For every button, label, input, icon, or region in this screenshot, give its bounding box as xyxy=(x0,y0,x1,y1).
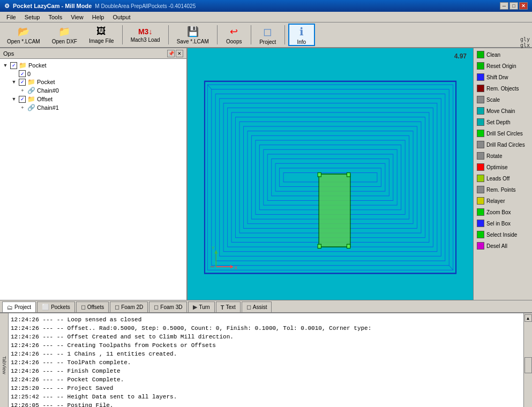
ops-btn-move-chain[interactable]: Move Chain xyxy=(475,105,531,116)
ops-btn-rem-points[interactable]: Rem. Points xyxy=(475,184,531,195)
menu-bar: File Setup Tools View Help Output xyxy=(0,12,532,22)
label-drill-sel-circles: Drill Sel Circles xyxy=(486,131,523,137)
tab-assist[interactable]: ◻ Assist xyxy=(242,302,272,312)
chain-icon-1: 🔗 xyxy=(27,104,35,111)
svg-text:X: X xyxy=(234,265,237,271)
tree-item-pocket-child[interactable]: ▼ 📁 Pocket xyxy=(11,78,184,86)
color-move-chain xyxy=(477,107,484,115)
label-clean: Clean xyxy=(486,52,500,58)
menu-help[interactable]: Help xyxy=(88,13,109,21)
title-bar: ⚙ Pocket LazyCam - Mill Mode M DoubleAre… xyxy=(0,0,532,12)
separator-5 xyxy=(284,25,285,44)
scroll-thumb[interactable] xyxy=(524,357,532,373)
bottom-tabs: 🗂 Project ⬜ Pockets ◻ Offsets ◻ Foam 2D … xyxy=(0,300,532,313)
info-icon: ℹ xyxy=(299,25,304,38)
ops-btn-relayer[interactable]: Relayer xyxy=(475,195,531,206)
tab-foam-3d[interactable]: ◻ Foam 3D xyxy=(149,302,187,312)
menu-view[interactable]: View xyxy=(66,13,88,21)
color-rotate xyxy=(477,152,484,160)
tab-foam-2d[interactable]: ◻ Foam 2D xyxy=(110,302,148,312)
tree-item-0[interactable]: 0 xyxy=(11,70,184,78)
tab-offsets[interactable]: ◻ Offsets xyxy=(76,302,109,312)
checkbox-offset[interactable] xyxy=(19,96,26,103)
ops-close-button[interactable]: ✕ xyxy=(176,50,183,57)
color-rem-points xyxy=(477,186,484,193)
open-lcam-button[interactable]: 📂 Open *.LCAM xyxy=(2,24,45,46)
gly-glx: gly glx xyxy=(520,36,530,48)
ops-btn-zoom-box[interactable]: Zoom Box xyxy=(475,207,531,217)
minimize-button[interactable]: ─ xyxy=(500,2,508,10)
ops-btn-rem-objects[interactable]: Rem. Objects xyxy=(475,83,531,94)
ops-btn-reset-origin[interactable]: Reset Origin xyxy=(475,61,531,71)
ops-btn-rotate[interactable]: Rotate xyxy=(475,150,531,161)
save-lcam-button[interactable]: 💾 Save *.LCAM xyxy=(172,24,214,46)
log-scrollbar[interactable]: ▲ ▼ xyxy=(523,313,532,407)
ops-btn-shift-drw[interactable]: Shift Drw xyxy=(475,72,531,82)
separator-2 xyxy=(168,25,169,44)
menu-output[interactable]: Output xyxy=(108,13,134,21)
color-scale xyxy=(477,96,484,103)
expander-pocket-child[interactable]: ▼ xyxy=(11,79,17,85)
ops-btn-optimise[interactable]: Optimise xyxy=(475,162,531,172)
ops-btn-select-inside[interactable]: Select Inside xyxy=(475,229,531,240)
tab-project-label: Project xyxy=(14,304,31,310)
ops-btn-leads-off[interactable]: Leads Off xyxy=(475,173,531,184)
close-button[interactable]: ✕ xyxy=(519,2,528,10)
color-zoom-box xyxy=(477,208,484,216)
ooops-button[interactable]: ↩ Ooops xyxy=(221,24,248,46)
project-button[interactable]: ◻ Project xyxy=(254,24,281,46)
label-shift-drw: Shift Drw xyxy=(486,74,508,80)
tree-item-chain1[interactable]: + 🔗 Chain#1 xyxy=(19,103,184,112)
scroll-up-button[interactable]: ▲ xyxy=(524,314,532,322)
label-rem-points: Rem. Points xyxy=(486,187,515,193)
tree-item-offset[interactable]: ▼ 📁 Offset xyxy=(11,95,184,103)
label-move-chain: Move Chain xyxy=(486,108,515,114)
menu-file[interactable]: File xyxy=(2,13,20,21)
save-lcam-label: Save *.LCAM xyxy=(177,39,209,44)
info-button[interactable]: ℹ Info xyxy=(288,24,315,46)
title-bar-left: ⚙ Pocket LazyCam - Mill Mode M DoubleAre… xyxy=(4,3,196,10)
menu-tools[interactable]: Tools xyxy=(44,13,66,21)
app-subtitle: M DoubleArea PrepAllPockets -0.4014025 xyxy=(95,3,196,9)
ops-btn-scale[interactable]: Scale xyxy=(475,94,531,105)
ops-btn-desel-all[interactable]: Desel All xyxy=(475,240,531,251)
mach3-load-button[interactable]: M3↓ Mach3 Load xyxy=(126,24,165,46)
ops-btn-drill-rad-circles[interactable]: Drill Rad Circles xyxy=(475,139,531,150)
expander-pocket-root[interactable]: ▼ xyxy=(2,62,9,69)
tree-item-pocket-root[interactable]: ▼ 📁 Pocket xyxy=(2,61,184,70)
color-reset-origin xyxy=(477,62,484,70)
ops-tree: ▼ 📁 Pocket 0 ▼ 📁 Pocket + 🔗 xyxy=(0,59,186,300)
ops-btn-clean[interactable]: Clean xyxy=(475,49,531,60)
checkbox-pocket-root[interactable] xyxy=(10,62,17,69)
mach3-label: Mach3 Load xyxy=(131,37,160,43)
expander-chain0[interactable]: + xyxy=(19,87,26,94)
label-select-inside: Select Inside xyxy=(486,232,517,238)
folder-icon-pocket-root: 📁 xyxy=(19,62,27,69)
open-dxf-button[interactable]: 📁 Open DXF xyxy=(47,24,82,46)
tab-text[interactable]: T Text xyxy=(216,302,241,312)
ops-btn-drill-sel-circles[interactable]: Drill Sel Circles xyxy=(475,128,531,139)
maximize-button[interactable]: □ xyxy=(509,2,518,10)
label-zoom-box: Zoom Box xyxy=(486,209,511,215)
tab-project[interactable]: 🗂 Project xyxy=(2,302,36,312)
label-drill-rad-circles: Drill Rad Circles xyxy=(486,142,525,148)
image-file-button[interactable]: 🖼 Image File xyxy=(84,24,119,46)
expander-offset[interactable]: ▼ xyxy=(11,96,17,102)
tab-turn[interactable]: ▶ Turn xyxy=(188,302,214,312)
ops-btn-sel-in-box[interactable]: Sel in Box xyxy=(475,218,531,229)
mach3-icon: M3↓ xyxy=(138,27,152,36)
ops-btn-set-depth[interactable]: Set Depth xyxy=(475,117,531,127)
color-leads-off xyxy=(477,175,484,182)
label-leads-off: Leads Off xyxy=(486,176,509,182)
canvas-area[interactable]: 4.97 xyxy=(188,48,473,300)
ops-pin-button[interactable]: 📌 xyxy=(167,50,175,57)
svg-rect-27 xyxy=(318,244,321,248)
expander-chain1[interactable]: + xyxy=(19,104,26,111)
tab-pockets[interactable]: ⬜ Pockets xyxy=(37,302,75,312)
label-chain0: Chain#0 xyxy=(37,87,59,94)
checkbox-pocket-child[interactable] xyxy=(19,79,26,86)
offsets-tab-icon: ◻ xyxy=(81,304,86,311)
checkbox-0[interactable] xyxy=(19,70,26,77)
menu-setup[interactable]: Setup xyxy=(20,13,44,21)
tree-item-chain0[interactable]: + 🔗 Chain#0 xyxy=(19,86,184,95)
